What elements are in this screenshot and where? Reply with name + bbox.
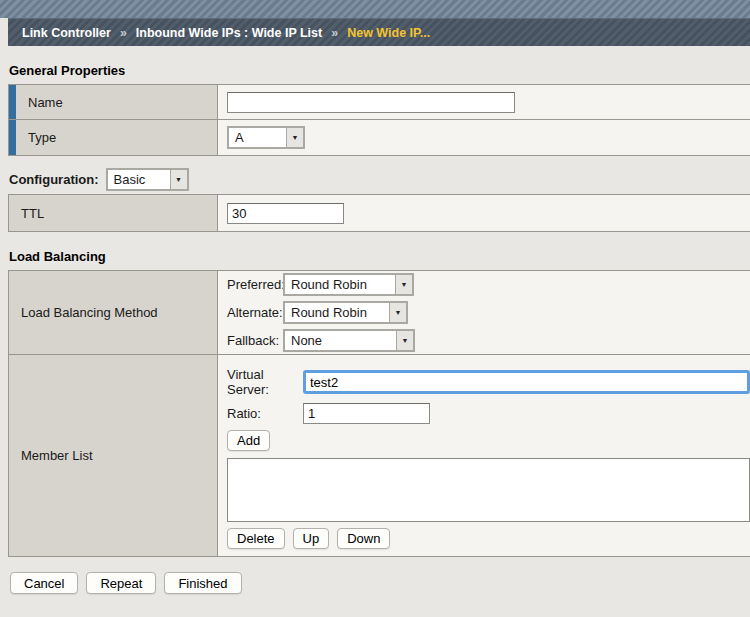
- virtual-server-label: Virtual Server:: [227, 367, 303, 397]
- load-balancing-method-row: Load Balancing Method Preferred: Round R…: [9, 271, 750, 355]
- dropdown-arrow-icon[interactable]: ▼: [396, 331, 413, 350]
- breadcrumb-separator-icon: »: [331, 26, 338, 40]
- required-marker: [9, 120, 16, 155]
- preferred-select-value: Round Robin: [285, 277, 395, 292]
- load-balancing-method-value-cell: Preferred: Round Robin ▼ Alternate: Roun…: [218, 271, 750, 354]
- ttl-label-cell: TTL: [9, 195, 218, 231]
- member-list-label: Member List: [21, 448, 93, 463]
- name-input[interactable]: [227, 92, 515, 113]
- preferred-row: Preferred: Round Robin ▼: [227, 273, 414, 296]
- breadcrumb-current-page: New Wide IP...: [347, 26, 430, 40]
- fallback-row: Fallback: None ▼: [227, 329, 415, 352]
- configuration-line: Configuration: Basic ▼: [9, 168, 750, 191]
- name-label-cell: Name: [9, 85, 218, 119]
- type-select-value: A: [229, 130, 286, 145]
- breadcrumb-separator-icon: »: [120, 26, 127, 40]
- repeat-button[interactable]: Repeat: [86, 572, 156, 594]
- fallback-label: Fallback:: [227, 333, 283, 348]
- top-banner-stripe: [0, 0, 750, 18]
- delete-button[interactable]: Delete: [227, 528, 285, 549]
- type-select[interactable]: A ▼: [227, 126, 305, 149]
- configuration-label: Configuration:: [9, 172, 99, 187]
- form-footer: Cancel Repeat Finished: [10, 572, 750, 594]
- member-list-row: Member List Virtual Server: Ratio: Add D…: [9, 355, 750, 556]
- member-list-value-cell: Virtual Server: Ratio: Add Delete Up Dow…: [218, 355, 750, 556]
- dropdown-arrow-icon[interactable]: ▼: [170, 170, 187, 189]
- general-properties-table: Name Type A ▼: [8, 84, 750, 156]
- load-balancing-method-label: Load Balancing Method: [21, 305, 158, 320]
- breadcrumb-wide-ip-list[interactable]: Inbound Wide IPs : Wide IP List: [136, 26, 322, 40]
- name-row: Name: [9, 85, 750, 120]
- dropdown-arrow-icon[interactable]: ▼: [395, 275, 412, 294]
- breadcrumb: Link Controller » Inbound Wide IPs : Wid…: [8, 18, 750, 46]
- member-list-buttons: Delete Up Down: [227, 528, 750, 549]
- ratio-input[interactable]: [303, 403, 430, 424]
- fallback-select[interactable]: None ▼: [283, 329, 415, 352]
- configuration-table: TTL: [8, 194, 750, 232]
- type-value-cell: A ▼: [218, 120, 750, 155]
- preferred-select[interactable]: Round Robin ▼: [283, 273, 414, 296]
- ttl-row: TTL: [9, 195, 750, 231]
- add-row: Add: [227, 430, 750, 451]
- configuration-select-value: Basic: [108, 172, 170, 187]
- finished-button[interactable]: Finished: [164, 572, 241, 594]
- member-listbox[interactable]: [227, 458, 750, 522]
- configuration-select[interactable]: Basic ▼: [106, 168, 189, 191]
- alternate-label: Alternate:: [227, 305, 283, 320]
- alternate-select-value: Round Robin: [285, 305, 389, 320]
- dropdown-arrow-icon[interactable]: ▼: [389, 303, 406, 322]
- add-button[interactable]: Add: [227, 430, 270, 451]
- virtual-server-input[interactable]: [303, 370, 750, 394]
- member-list-label-cell: Member List: [9, 355, 218, 556]
- up-button[interactable]: Up: [293, 528, 330, 549]
- ttl-input[interactable]: [227, 203, 344, 224]
- preferred-label: Preferred:: [227, 277, 283, 292]
- ttl-value-cell: [218, 195, 750, 231]
- type-label: Type: [28, 130, 56, 145]
- fallback-select-value: None: [285, 333, 396, 348]
- alternate-select[interactable]: Round Robin ▼: [283, 301, 408, 324]
- down-button[interactable]: Down: [337, 528, 390, 549]
- load-balancing-title: Load Balancing: [9, 249, 750, 264]
- ratio-row: Ratio:: [227, 403, 750, 424]
- breadcrumb-link-controller[interactable]: Link Controller: [22, 26, 111, 40]
- type-label-cell: Type: [9, 120, 218, 155]
- dropdown-arrow-icon[interactable]: ▼: [286, 128, 303, 147]
- required-marker: [9, 85, 16, 119]
- alternate-row: Alternate: Round Robin ▼: [227, 301, 408, 324]
- name-value-cell: [218, 85, 750, 119]
- virtual-server-row: Virtual Server:: [227, 367, 750, 397]
- name-label: Name: [28, 95, 63, 110]
- general-properties-title: General Properties: [9, 63, 750, 78]
- ratio-label: Ratio:: [227, 406, 303, 421]
- cancel-button[interactable]: Cancel: [10, 572, 78, 594]
- load-balancing-method-label-cell: Load Balancing Method: [9, 271, 218, 354]
- type-row: Type A ▼: [9, 120, 750, 155]
- load-balancing-table: Load Balancing Method Preferred: Round R…: [8, 270, 750, 557]
- ttl-label: TTL: [21, 206, 44, 221]
